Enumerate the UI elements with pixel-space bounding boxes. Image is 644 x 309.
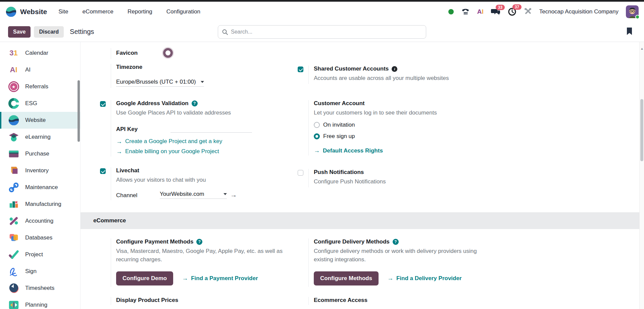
- top-navbar: Website Site eCommerce Reporting Configu…: [0, 2, 644, 22]
- search-bar[interactable]: [218, 25, 426, 39]
- section-header-ecommerce: eCommerce: [81, 212, 644, 229]
- sidebar-item-maintenance[interactable]: Maintenance: [0, 179, 80, 196]
- bookmark-icon[interactable]: [626, 27, 633, 37]
- settings-right-column: Shared Customer Accounts i Accounts are …: [292, 48, 493, 202]
- radio-free-sign-up[interactable]: Free sign up: [314, 133, 493, 140]
- ai-icon[interactable]: AI: [477, 8, 484, 15]
- accounting-icon: [7, 215, 20, 227]
- menu-reporting[interactable]: Reporting: [128, 8, 152, 15]
- discard-button[interactable]: Discard: [34, 26, 64, 38]
- timezone-label: Timezone: [116, 64, 142, 70]
- sidebar-item-ai[interactable]: AI AI: [0, 61, 80, 78]
- main-scrollbar-thumb[interactable]: [640, 99, 643, 161]
- tools-icon[interactable]: [524, 8, 532, 16]
- google-address-validation-checkbox[interactable]: [100, 101, 106, 107]
- status-green-dot: [448, 9, 454, 14]
- livechat-checkbox[interactable]: [100, 168, 106, 174]
- website-icon: [7, 114, 20, 127]
- app-switcher[interactable]: Website: [5, 6, 47, 17]
- api-key-label: API Key: [116, 126, 170, 133]
- app-name: Website: [20, 8, 47, 16]
- sidebar-item-accounting[interactable]: Accounting: [0, 213, 80, 229]
- radio-icon: [314, 122, 320, 128]
- help-icon[interactable]: ?: [192, 100, 198, 106]
- activities-clock-icon[interactable]: 37: [508, 7, 516, 16]
- channel-select[interactable]: YourWebsite.com: [160, 191, 227, 199]
- link-enable-billing[interactable]: → Enable billing on your Google Project: [116, 148, 292, 155]
- sidebar-item-calendar[interactable]: 31 Calendar: [0, 45, 80, 61]
- push-notifications-checkbox[interactable]: [298, 170, 303, 176]
- sidebar-item-referrals[interactable]: ★ Referrals: [0, 78, 80, 95]
- sidebar-item-website[interactable]: Website: [0, 112, 80, 129]
- info-icon[interactable]: i: [392, 66, 397, 72]
- sidebar-item-elearning[interactable]: eLearning: [0, 129, 80, 145]
- voip-phone-icon[interactable]: [461, 8, 470, 16]
- chevron-down-icon: [224, 193, 227, 195]
- sidebar-item-project[interactable]: Project: [0, 246, 80, 263]
- sidebar-item-planning[interactable]: Planning: [0, 297, 80, 309]
- inventory-icon: [7, 165, 20, 177]
- radio-on-invitation[interactable]: On invitation: [314, 122, 493, 128]
- menu-site[interactable]: Site: [58, 8, 68, 15]
- sidebar-item-timesheets[interactable]: Timesheets: [0, 280, 80, 297]
- setting-configure-payment-methods: Configure Payment Methods ? Visa, Master…: [94, 238, 292, 286]
- search-icon: [222, 29, 228, 35]
- arrow-right-icon: →: [116, 148, 122, 155]
- messages-badge: 33: [496, 5, 505, 10]
- website-app-icon: [5, 6, 17, 17]
- sidebar-item-inventory[interactable]: Inventory: [0, 162, 80, 179]
- link-find-payment-provider[interactable]: → Find a Payment Provider: [182, 275, 258, 282]
- setting-push-notifications: Push Notifications Configure Push Notifi…: [292, 169, 493, 187]
- databases-icon: [7, 232, 20, 244]
- timezone-select[interactable]: Europe/Brussels (UTC + 01:00): [116, 79, 204, 87]
- setting-display-product-prices: Display Product Prices: [94, 297, 292, 305]
- company-name[interactable]: Tecnocap Acquisition Company: [539, 8, 618, 15]
- menu-ecommerce[interactable]: eCommerce: [82, 8, 113, 15]
- help-icon[interactable]: ?: [393, 239, 399, 245]
- link-find-delivery-provider[interactable]: → Find a Delivery Provider: [387, 275, 462, 282]
- menu-configuration[interactable]: Configuration: [166, 8, 200, 15]
- setting-livechat: Livechat Allows your visitors to chat wi…: [94, 167, 292, 201]
- save-button[interactable]: Save: [8, 26, 31, 38]
- link-default-access-rights[interactable]: → Default Access Rights: [314, 147, 493, 154]
- chevron-down-icon: [201, 81, 204, 83]
- setting-ecommerce-access: Ecommerce Access: [292, 297, 493, 305]
- sidebar-scrollbar-thumb[interactable]: [78, 80, 80, 142]
- favicon-image[interactable]: [163, 48, 173, 58]
- setting-customer-account: Customer Account Let your customers log …: [292, 100, 493, 156]
- internal-link-arrow-icon[interactable]: →: [230, 191, 237, 199]
- manufacturing-icon: [7, 198, 20, 211]
- radio-selected-icon: [314, 133, 320, 139]
- activities-badge: 37: [512, 4, 522, 10]
- timesheets-icon: [7, 282, 20, 295]
- setting-favicon: Favicon: [94, 48, 292, 59]
- arrow-right-icon: →: [314, 147, 320, 154]
- shared-customer-accounts-checkbox[interactable]: [298, 67, 303, 72]
- elearning-icon: [7, 131, 20, 143]
- user-avatar[interactable]: [626, 5, 639, 18]
- calendar-icon: 31: [7, 47, 20, 59]
- sidebar-item-esg[interactable]: ESG: [0, 95, 80, 112]
- arrow-right-icon: →: [116, 138, 122, 145]
- sidebar-item-sign[interactable]: Sign: [0, 263, 80, 280]
- link-create-google-project[interactable]: → Create a Google Project and get a key: [116, 138, 292, 145]
- setting-configure-delivery-methods: Configure Delivery Methods ? Configure d…: [292, 238, 493, 286]
- scroll-up-icon[interactable]: ▲: [640, 47, 644, 50]
- configure-demo-button[interactable]: Configure Demo: [116, 271, 173, 285]
- arrow-right-icon: →: [182, 275, 188, 282]
- setting-shared-customer-accounts: Shared Customer Accounts i Accounts are …: [292, 65, 493, 84]
- channel-label: Channel: [116, 192, 160, 199]
- sidebar-item-purchase[interactable]: Purchase: [0, 145, 80, 162]
- sidebar-item-databases[interactable]: Databases: [0, 229, 80, 246]
- help-icon[interactable]: ?: [196, 239, 202, 245]
- page-title: Settings: [70, 28, 94, 36]
- project-icon: [7, 249, 20, 261]
- configure-methods-button[interactable]: Configure Methods: [314, 271, 379, 285]
- search-input[interactable]: [231, 29, 422, 35]
- messages-icon[interactable]: 33: [491, 8, 500, 16]
- settings-content: Favicon Timezone Europe/Brussels (UTC + …: [81, 42, 644, 309]
- main-scrollbar[interactable]: ▲: [639, 42, 644, 309]
- sidebar-item-manufacturing[interactable]: Manufacturing: [0, 196, 80, 213]
- settings-left-column: Favicon Timezone Europe/Brussels (UTC + …: [94, 48, 292, 202]
- api-key-input[interactable]: [170, 125, 252, 133]
